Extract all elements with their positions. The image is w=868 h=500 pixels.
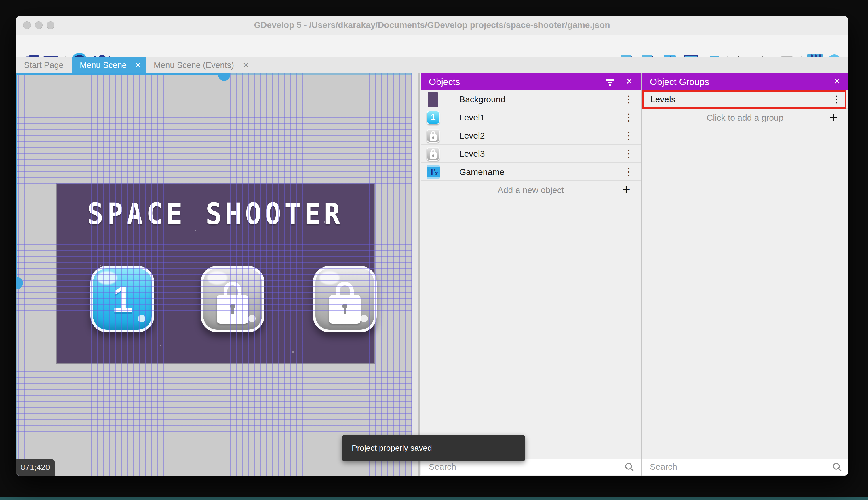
tab-label: Menu Scene (Events)	[154, 60, 234, 70]
add-object-plus-icon[interactable]: +	[622, 181, 630, 199]
object-thumbnail	[426, 92, 438, 107]
tab-label: Start Page	[24, 60, 63, 70]
selection-outline-top-faded	[224, 73, 412, 75]
group-row-levels[interactable]: Levels ⋮	[642, 90, 848, 109]
level3-button-instance[interactable]	[313, 266, 377, 332]
object-menu-icon[interactable]: ⋮	[624, 163, 634, 181]
background-object-instance[interactable]: SPACE SHOOTER 1	[57, 184, 374, 363]
object-label: Level3	[459, 145, 485, 163]
canvas-panel-divider	[419, 73, 420, 476]
lock-icon	[217, 282, 248, 325]
resize-handle-left[interactable]	[15, 277, 23, 289]
objects-panel-header: Objects ×	[421, 73, 641, 90]
add-object-row[interactable]: Add a new object +	[421, 181, 641, 199]
main-toolbar: 1:1	[15, 35, 848, 57]
screenshot-root: GDevelop 5 - /Users/dkarakay/Documents/G…	[0, 0, 868, 500]
game-title-text: SPACE SHOOTER	[57, 197, 374, 231]
object-groups-panel-header: Object Groups ×	[642, 73, 848, 90]
groups-search-input[interactable]	[642, 458, 848, 475]
object-groups-panel: Object Groups × Levels ⋮ Click to add a …	[642, 73, 848, 476]
objects-panel: Objects × Background ⋮ 1 Level1 ⋮ Level2…	[421, 73, 641, 476]
star-decorations	[74, 196, 75, 196]
scene-editor-canvas[interactable]: SPACE SHOOTER 1	[15, 73, 420, 476]
level2-button-instance[interactable]	[201, 266, 265, 332]
gloss-dot	[360, 315, 368, 322]
gloss-dot	[248, 315, 256, 322]
object-thumbnail	[426, 129, 440, 143]
object-label: Level1	[459, 108, 485, 126]
close-panel-icon[interactable]: ×	[626, 73, 632, 90]
object-menu-icon[interactable]: ⋮	[624, 90, 634, 108]
object-menu-icon[interactable]: ⋮	[624, 145, 634, 163]
window-title: GDevelop 5 - /Users/dkarakay/Documents/G…	[15, 15, 848, 35]
level1-button-instance[interactable]: 1	[90, 266, 154, 332]
title-bar: GDevelop 5 - /Users/dkarakay/Documents/G…	[15, 15, 848, 35]
gloss-dot	[138, 315, 145, 322]
panel-title: Objects	[429, 73, 460, 90]
tab-label: Menu Scene	[80, 60, 127, 70]
object-label: Gamename	[459, 163, 505, 181]
close-tab-icon[interactable]: ×	[243, 57, 249, 73]
tab-start-page[interactable]: Start Page	[15, 57, 72, 73]
object-thumbnail	[426, 147, 440, 161]
object-label: Background	[459, 90, 505, 108]
object-row-background[interactable]: Background ⋮	[421, 90, 641, 108]
tab-menu-scene-events[interactable]: Menu Scene (Events) ×	[146, 57, 253, 73]
group-label: Levels	[650, 90, 676, 108]
desktop-background	[0, 497, 868, 500]
close-tab-icon[interactable]: ×	[135, 57, 141, 73]
canvas-gutter	[412, 73, 419, 476]
filter-icon[interactable]	[605, 78, 615, 87]
selection-outline-left	[15, 73, 17, 283]
object-row-level2[interactable]: Level2 ⋮	[421, 126, 641, 145]
snackbar-toast: Project properly saved	[342, 435, 525, 462]
object-row-level1[interactable]: 1 Level1 ⋮	[421, 108, 641, 126]
tab-strip: Start Page Menu Scene × Menu Scene (Even…	[15, 57, 848, 73]
selection-outline-top	[15, 73, 224, 75]
lock-icon	[329, 282, 361, 325]
tab-menu-scene[interactable]: Menu Scene ×	[72, 57, 146, 73]
close-panel-icon[interactable]: ×	[834, 73, 840, 90]
add-group-row[interactable]: Click to add a group +	[642, 109, 848, 127]
group-menu-icon[interactable]: ⋮	[832, 90, 842, 108]
add-group-plus-icon[interactable]: +	[830, 109, 837, 127]
object-row-level3[interactable]: Level3 ⋮	[421, 145, 641, 163]
panel-title: Object Groups	[650, 73, 709, 90]
object-thumbnail: Tx	[426, 165, 440, 179]
search-icon	[832, 462, 842, 472]
add-object-label: Add a new object	[421, 181, 641, 199]
object-label: Level2	[459, 126, 485, 145]
object-thumbnail: 1	[426, 111, 440, 124]
level-number: 1	[93, 278, 152, 320]
search-icon	[624, 462, 634, 472]
cursor-coordinates-badge: 871;420	[15, 459, 55, 476]
object-row-gamename[interactable]: Tx Gamename ⋮	[421, 163, 641, 181]
gdevelop-window: GDevelop 5 - /Users/dkarakay/Documents/G…	[15, 15, 848, 476]
selection-outline-left-faded	[15, 283, 17, 476]
add-group-label: Click to add a group	[642, 109, 848, 127]
resize-handle-top[interactable]	[218, 73, 230, 81]
groups-search-bar	[642, 458, 848, 475]
object-menu-icon[interactable]: ⋮	[624, 126, 634, 145]
object-menu-icon[interactable]: ⋮	[624, 108, 634, 126]
